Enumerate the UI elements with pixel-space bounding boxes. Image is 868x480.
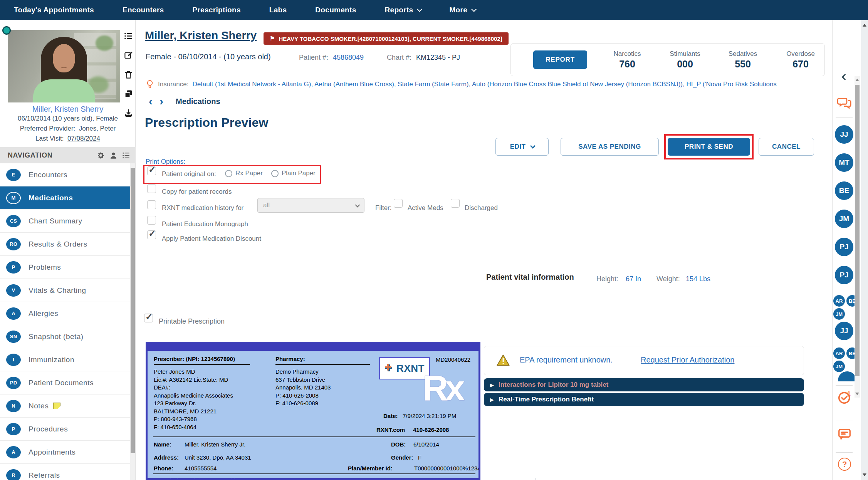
chat-bubbles-icon[interactable] (837, 96, 852, 110)
top-nav-item[interactable]: More (449, 6, 475, 14)
collapse-panel-icon[interactable] (840, 73, 848, 81)
radio-icon[interactable] (271, 170, 279, 177)
tasks-count-badge: 1 (847, 391, 851, 398)
printable-prescription-checkbox[interactable] (144, 314, 153, 322)
discharged-checkbox[interactable] (451, 199, 460, 208)
height-label: Height: (596, 275, 618, 283)
avatar[interactable]: PJ (835, 266, 853, 284)
scroll-up-icon[interactable] (855, 79, 859, 81)
avatar[interactable]: AR (833, 347, 845, 359)
sidebar-item-label: Results & Orders (29, 240, 87, 248)
top-nav-item-label: Encounters (123, 6, 164, 14)
copy-records-checkbox[interactable] (147, 184, 156, 193)
avatar[interactable]: AR (833, 295, 845, 307)
report-button[interactable]: REPORT (533, 50, 587, 69)
scroll-up-icon[interactable] (863, 24, 866, 27)
sidebar-nav-item[interactable]: RO Results & Orders (0, 233, 131, 256)
trash-icon[interactable] (124, 70, 133, 79)
scroll-down-icon[interactable] (855, 393, 859, 395)
medication-history-checkbox[interactable] (147, 200, 156, 209)
sidebar-nav-item[interactable]: V Vitals & Charting (0, 279, 131, 302)
patient-header-name[interactable]: Miller, Kristen Sherry (145, 29, 257, 42)
active-meds-checkbox[interactable] (394, 199, 403, 208)
radio-icon[interactable] (225, 170, 232, 177)
education-monograph-checkbox[interactable] (147, 216, 156, 225)
sidebar-nav-item[interactable]: P Procedures (0, 418, 131, 441)
avatar[interactable]: JJ (835, 322, 853, 340)
sidebar-nav-item[interactable]: M Medications (0, 186, 131, 210)
patient-original-label: Patient original on: (162, 170, 216, 178)
sidebar-nav-item[interactable]: SN Snapshot (beta) (0, 325, 131, 348)
message-icon[interactable] (837, 427, 852, 441)
insurance-bulb-icon (146, 79, 154, 89)
edit-button[interactable]: EDIT (495, 138, 549, 156)
sidebar-nav-item[interactable]: I Immunization (0, 348, 131, 371)
avatar[interactable]: JJ (835, 125, 853, 144)
sidebar-nav-item[interactable]: CS Chart Summary (0, 210, 131, 233)
avatar-partial[interactable] (838, 371, 856, 381)
patient-number-value[interactable]: 45868049 (333, 54, 364, 62)
risk-score-value: 670 (783, 59, 818, 70)
breadcrumb-forward-icon[interactable]: › (156, 96, 166, 106)
list-icon[interactable] (122, 151, 130, 159)
pharmacy-details: Demo Pharmacy637 Tebbston DriveAnnapolis… (275, 368, 331, 408)
top-nav-item[interactable]: Prescriptions (192, 6, 240, 14)
sidebar-patient-name[interactable]: Miller, Kristen Sherry (0, 105, 136, 114)
avatar[interactable]: BE (835, 181, 853, 200)
edit-icon[interactable] (124, 51, 133, 60)
sidebar-item-badge: M (6, 192, 21, 204)
document-id: MD20040622 (436, 356, 470, 363)
top-nav-item[interactable]: Today's Appointments (14, 6, 94, 14)
save-as-pending-button[interactable]: SAVE AS PENDING (561, 138, 659, 156)
top-nav-item[interactable]: Encounters (123, 6, 164, 14)
sidebar-item-label: Immunization (29, 356, 74, 364)
patient-original-checkbox[interactable] (147, 166, 156, 175)
risk-scores-card: REPORT Narcotics 760 Stimulants 000 Seda… (510, 43, 825, 76)
rail-scrollbar[interactable] (855, 76, 860, 398)
sidebar-scrollbar[interactable] (130, 163, 135, 480)
accordion-bar[interactable]: ▶ Real-Time Prescription Benefit (484, 393, 804, 406)
accordion-bar[interactable]: ▶ Interactions for Lipitor 10 mg tablet (484, 378, 804, 391)
medication-discount-checkbox[interactable] (147, 230, 156, 239)
sidebar-nav-item[interactable]: P Problems (0, 256, 131, 279)
avatar[interactable]: JM (833, 308, 845, 320)
scroll-down-icon[interactable] (863, 473, 866, 476)
help-icon[interactable]: ? (838, 458, 851, 471)
sidebar-nav-item[interactable]: N Notes (0, 394, 131, 418)
breadcrumb-back-icon[interactable]: ‹ (146, 96, 156, 106)
prescriber-line: Annapolis Medicine Associates (154, 392, 233, 400)
last-visit-link[interactable]: 07/08/2024 (67, 135, 100, 142)
rail-scrollbar-thumb[interactable] (855, 85, 860, 376)
sidebar-nav-item[interactable]: E Encounters (0, 163, 131, 186)
sidebar-item-badge: A (6, 446, 21, 458)
copy-icon[interactable] (124, 89, 133, 98)
medication-history-select[interactable]: all (257, 198, 364, 213)
avatar[interactable]: PJ (835, 238, 853, 256)
weight-label: Weight: (656, 275, 680, 283)
window-scrollbar[interactable] (861, 20, 868, 480)
list-menu-icon[interactable] (124, 32, 133, 40)
risk-score-value: 000 (667, 59, 703, 70)
request-prior-authorization-link[interactable]: Request Prior Authorization (641, 356, 734, 364)
avatar[interactable]: MT (835, 153, 853, 172)
avatar[interactable]: JM (833, 361, 845, 372)
rx-phone-value: 4105555554 (185, 465, 217, 472)
sidebar-nav-item[interactable]: PD Patient Documents (0, 371, 131, 394)
top-nav-item[interactable]: Reports (385, 6, 421, 14)
print-and-send-button[interactable]: PRINT & SEND (668, 138, 750, 156)
avatar[interactable]: JM (835, 210, 853, 228)
top-nav-item[interactable]: Documents (315, 6, 356, 14)
sidebar-nav-item[interactable]: R Referrals (0, 464, 131, 480)
gear-icon[interactable] (97, 151, 105, 159)
person-icon[interactable] (109, 151, 118, 159)
navigation-header: NAVIGATION (0, 147, 136, 163)
sidebar-nav-item[interactable]: A Allergies (0, 302, 131, 325)
sidebar-nav-item[interactable]: A Appointments (0, 441, 131, 464)
insurance-value-links[interactable]: Default (1st Medical Network - Atlanta G… (192, 81, 776, 88)
app-window: Today's Appointments Encounters Prescrip… (0, 0, 868, 480)
top-nav-item[interactable]: Labs (269, 6, 287, 14)
print-send-highlight-box: PRINT & SEND (664, 134, 754, 159)
rx-description-label: Description: (154, 477, 188, 480)
cancel-button[interactable]: CANCEL (759, 138, 814, 156)
pharmacy-line: F: 410-626-0089 (275, 399, 331, 408)
